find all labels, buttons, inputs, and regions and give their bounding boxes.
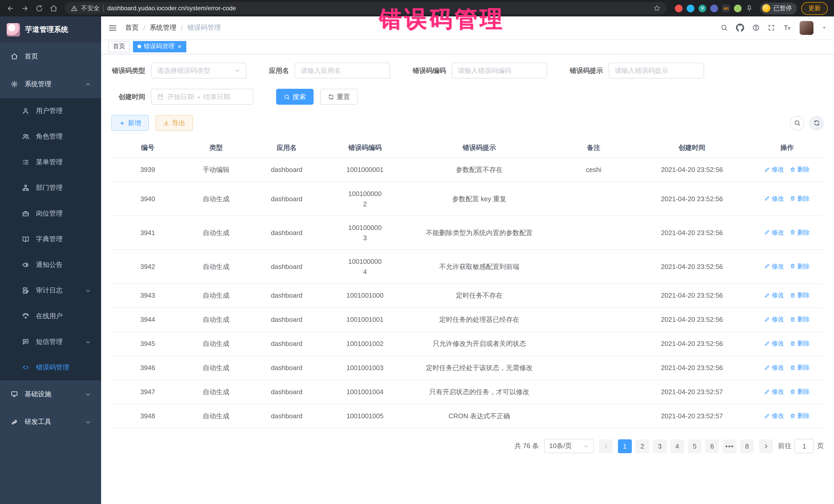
- update-button[interactable]: 更新: [801, 2, 828, 15]
- table-row-3939: 3939手动编辑dashboard1001000001参数配置不存在ceshi2…: [111, 158, 824, 182]
- toggle-search-button[interactable]: [790, 116, 804, 130]
- pagination-prev-button[interactable]: [599, 439, 613, 453]
- filter-row-2: 创建时间 开始日期 - 结束日期 搜索 重置: [111, 89, 824, 105]
- cell-错误码提示: 只允许修改为开启或者关闭状态: [405, 332, 554, 356]
- onetab-extension-icon[interactable]: on: [722, 4, 730, 12]
- back-icon[interactable]: [4, 2, 17, 14]
- edit-icon: [765, 167, 770, 172]
- hamburger-icon[interactable]: [108, 23, 117, 32]
- reset-button[interactable]: 重置: [320, 89, 358, 105]
- v-extension-icon[interactable]: V: [699, 4, 706, 12]
- reload-icon[interactable]: [33, 2, 45, 14]
- edit-button[interactable]: 修改: [765, 262, 784, 271]
- sidebar-item-短信管理[interactable]: 短信管理: [0, 329, 101, 355]
- font-size-icon[interactable]: [783, 24, 791, 32]
- page-button-2[interactable]: 2: [635, 439, 649, 453]
- page-button-5[interactable]: 5: [688, 439, 702, 453]
- edit-button[interactable]: 修改: [765, 387, 784, 396]
- delete-button[interactable]: 删除: [790, 194, 810, 203]
- edit-button[interactable]: 修改: [765, 165, 784, 174]
- breadcrumb-item-系统管理[interactable]: 系统管理: [150, 23, 176, 32]
- filter-label-code: 错误码编码: [413, 66, 446, 75]
- delete-button[interactable]: 删除: [790, 227, 810, 237]
- edit-button[interactable]: 修改: [765, 314, 784, 324]
- logo[interactable]: 芋道管理系统: [0, 17, 101, 43]
- edit-button[interactable]: 修改: [765, 363, 784, 372]
- edit-button[interactable]: 修改: [765, 227, 784, 237]
- pagination-total: 共 76 条: [514, 441, 539, 451]
- table-row-3947: 3947自动生成dashboard1001001004只有开启状态的任务，才可以…: [111, 380, 824, 404]
- sidebar-item-用户管理[interactable]: 用户管理: [0, 98, 101, 124]
- page-button-6[interactable]: 6: [705, 439, 719, 453]
- address-bar[interactable]: 不安全 dashboard.yudao.iocoder.cn/system/er…: [65, 2, 667, 14]
- sidebar-item-审计日志[interactable]: 审计日志: [0, 278, 101, 303]
- pagination-next-button[interactable]: [759, 439, 773, 453]
- sidebar-item-菜单管理[interactable]: 菜单管理: [0, 149, 101, 175]
- export-button[interactable]: 导出: [155, 115, 193, 131]
- page-size-select[interactable]: 10条/页: [544, 439, 594, 453]
- sidebar-item-在线用户[interactable]: 在线用户: [0, 303, 101, 329]
- edit-button[interactable]: 修改: [765, 339, 784, 348]
- search-icon[interactable]: [721, 24, 728, 31]
- leaf-extension-icon[interactable]: [734, 4, 742, 12]
- home-icon[interactable]: [47, 2, 60, 14]
- fullscreen-icon[interactable]: [768, 24, 775, 31]
- sidebar-item-部门管理[interactable]: 部门管理: [0, 175, 101, 201]
- delete-button[interactable]: 删除: [790, 165, 810, 174]
- bookmark-star-icon[interactable]: [653, 5, 660, 12]
- delete-button[interactable]: 删除: [790, 363, 810, 372]
- error-type-select[interactable]: 请选择错误码类型: [151, 63, 246, 79]
- tab-错误码管理[interactable]: 错误码管理×: [133, 41, 186, 52]
- date-range-picker[interactable]: 开始日期 - 结束日期: [151, 89, 254, 105]
- delete-button[interactable]: 删除: [790, 290, 810, 300]
- help-icon[interactable]: [752, 24, 760, 31]
- main-area: 首页/系统管理/错误码管理 首页错误码管理× 错误码类型 请选择错误码类型: [101, 17, 834, 504]
- table-row-3945: 3945自动生成dashboard1001001002只允许修改为开启或者关闭状…: [111, 332, 824, 356]
- paused-badge[interactable]: 已暂停: [760, 2, 797, 14]
- menu-icon: [22, 159, 30, 166]
- delete-button[interactable]: 删除: [790, 387, 810, 396]
- record-extension-icon[interactable]: [675, 4, 683, 12]
- add-button[interactable]: 新增: [111, 115, 149, 131]
- error-msg-input[interactable]: [609, 63, 704, 79]
- page-button-3[interactable]: 3: [653, 439, 667, 453]
- sidebar-item-通知公告[interactable]: 通知公告: [0, 252, 101, 278]
- sidebar-item-字典管理[interactable]: 字典管理: [0, 226, 101, 252]
- delete-button[interactable]: 删除: [790, 314, 810, 324]
- delete-button[interactable]: 删除: [790, 339, 810, 348]
- page-button-8[interactable]: 8: [740, 439, 754, 453]
- tab-首页[interactable]: 首页: [108, 41, 130, 52]
- refresh-table-button[interactable]: [809, 116, 824, 130]
- export-button-label: 导出: [172, 118, 185, 128]
- pin-icon[interactable]: [746, 5, 753, 12]
- app-name-input[interactable]: [294, 63, 390, 79]
- edit-button[interactable]: 修改: [765, 194, 784, 203]
- sidebar-item-角色管理[interactable]: 角色管理: [0, 124, 101, 149]
- page-button-4[interactable]: 4: [670, 439, 684, 453]
- sidebar-item-基础设施[interactable]: 基础设施: [0, 380, 101, 408]
- pagination-more-button[interactable]: •••: [723, 439, 737, 453]
- tab-close-icon[interactable]: ×: [178, 43, 181, 50]
- sidebar-item-岗位管理[interactable]: 岗位管理: [0, 201, 101, 226]
- grid-extension-icon[interactable]: [710, 4, 718, 12]
- page-button-1[interactable]: 1: [618, 439, 632, 453]
- breadcrumb-item-首页[interactable]: 首页: [125, 23, 138, 32]
- megaphone-icon: [22, 261, 30, 268]
- sidebar-item-首页[interactable]: 首页: [0, 43, 101, 70]
- caret-down-icon[interactable]: [822, 25, 827, 30]
- github-icon[interactable]: [736, 24, 744, 32]
- delete-button[interactable]: 删除: [790, 411, 810, 420]
- goto-page-input[interactable]: [794, 439, 814, 453]
- sidebar-item-系统管理[interactable]: 系统管理: [0, 70, 101, 98]
- end-date-placeholder: 结束日期: [203, 92, 230, 101]
- edit-button[interactable]: 修改: [765, 411, 784, 420]
- error-code-input[interactable]: [452, 63, 547, 79]
- delete-button[interactable]: 删除: [790, 262, 810, 271]
- search-button[interactable]: 搜索: [276, 89, 313, 105]
- picker-extension-icon[interactable]: [687, 4, 695, 12]
- edit-button[interactable]: 修改: [765, 290, 784, 300]
- sidebar-item-错误码管理[interactable]: 错误码管理: [0, 355, 101, 380]
- forward-icon[interactable]: [19, 2, 31, 14]
- avatar[interactable]: [799, 21, 813, 35]
- sidebar-item-研发工具[interactable]: 研发工具: [0, 408, 101, 436]
